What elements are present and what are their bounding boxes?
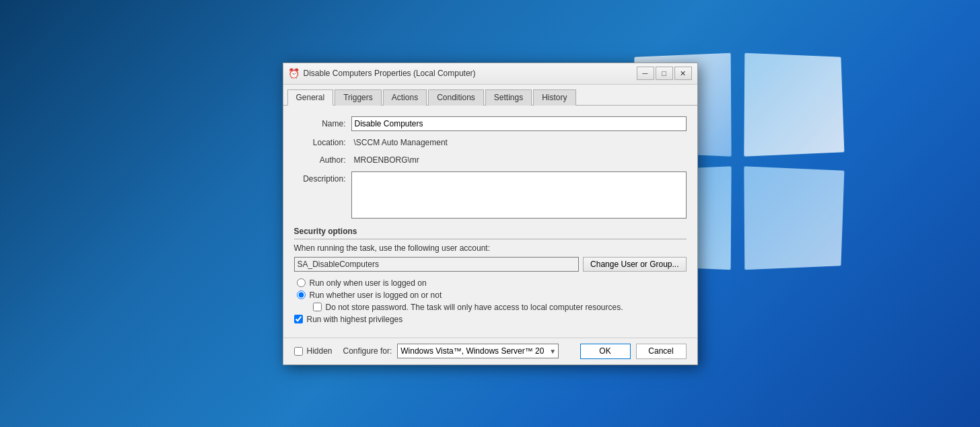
ok-button[interactable]: OK <box>580 344 631 359</box>
radio-run-logged-on[interactable] <box>297 278 306 287</box>
description-row: Description: <box>294 171 687 219</box>
location-row: Location: \SCCM Auto Management <box>294 137 687 149</box>
tab-general[interactable]: General <box>287 89 334 106</box>
author-label: Author: <box>294 155 351 165</box>
radio-run-whether-row: Run whether user is logged on or not <box>294 290 687 300</box>
checkbox-hidden[interactable] <box>294 347 303 356</box>
checkbox-no-store-label: Do not store password. The task will onl… <box>326 303 623 312</box>
title-bar-buttons: ─ □ ✕ <box>637 67 692 80</box>
radio-run-whether[interactable] <box>297 290 306 299</box>
tab-actions[interactable]: Actions <box>383 89 427 106</box>
tab-bar: General Triggers Actions Conditions Sett… <box>283 85 697 106</box>
author-row: Author: MROENBORG\mr <box>294 154 687 166</box>
configure-for-select[interactable]: Windows Vista™, Windows Server™ 2008 Win… <box>397 344 559 358</box>
tab-conditions[interactable]: Conditions <box>428 89 484 106</box>
location-value: \SCCM Auto Management <box>351 137 687 149</box>
tab-settings[interactable]: Settings <box>485 89 532 106</box>
user-account-input[interactable] <box>294 257 580 272</box>
configure-select-wrapper: Windows Vista™, Windows Server™ 2008 Win… <box>397 344 559 358</box>
tab-history[interactable]: History <box>533 89 575 106</box>
checkbox-run-highest-label: Run with highest privileges <box>307 315 403 324</box>
dialog-title: Disable Computers Properties (Local Comp… <box>304 69 637 78</box>
maximize-button[interactable]: □ <box>656 67 673 80</box>
cancel-button[interactable]: Cancel <box>636 344 687 359</box>
radio-run-whether-label: Run whether user is logged on or not <box>310 290 442 300</box>
radio-run-logged-on-row: Run only when user is logged on <box>294 278 687 288</box>
author-value: MROENBORG\mr <box>351 154 687 166</box>
radio-run-logged-on-label: Run only when user is logged on <box>310 278 427 288</box>
change-user-button[interactable]: Change User or Group... <box>583 257 686 272</box>
checkbox-no-store-row: Do not store password. The task will onl… <box>294 303 687 312</box>
configure-for-label: Configure for: <box>343 346 392 356</box>
checkbox-highest-priv-row: Run with highest privileges <box>294 315 687 324</box>
checkbox-no-store-password[interactable] <box>313 303 322 311</box>
name-input[interactable] <box>351 116 687 131</box>
hidden-label: Hidden <box>307 346 332 356</box>
tab-triggers[interactable]: Triggers <box>335 89 382 106</box>
description-input[interactable] <box>351 171 687 219</box>
location-label: Location: <box>294 138 351 147</box>
bottom-bar: Hidden Configure for: Windows Vista™, Wi… <box>283 338 697 364</box>
security-section-header: Security options <box>294 227 687 239</box>
properties-dialog: ⏰ Disable Computers Properties (Local Co… <box>283 63 698 365</box>
close-button[interactable]: ✕ <box>674 67 692 80</box>
description-label: Description: <box>294 171 351 184</box>
hidden-checkbox-row: Hidden <box>294 346 332 356</box>
security-user-label: When running the task, use the following… <box>294 243 687 253</box>
name-label: Name: <box>294 119 351 128</box>
checkbox-run-highest-privileges[interactable] <box>294 315 303 323</box>
dialog-overlay: ⏰ Disable Computers Properties (Local Co… <box>0 0 980 427</box>
content-area: Name: Location: \SCCM Auto Management Au… <box>283 106 697 338</box>
name-row: Name: <box>294 116 687 131</box>
dialog-icon: ⏰ <box>289 68 300 79</box>
user-account-row: Change User or Group... <box>294 257 687 272</box>
minimize-button[interactable]: ─ <box>637 67 654 80</box>
title-bar: ⏰ Disable Computers Properties (Local Co… <box>283 63 697 85</box>
